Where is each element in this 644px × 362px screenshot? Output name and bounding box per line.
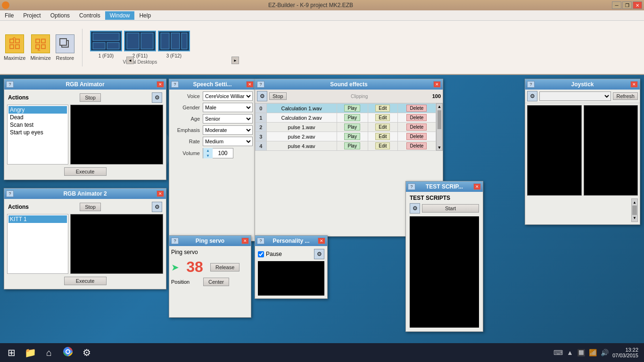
- test-help[interactable]: ?: [408, 183, 415, 190]
- volume-up[interactable]: ▲: [206, 148, 210, 153]
- delete-btn[interactable]: Delete: [406, 142, 427, 149]
- taskbar-settings-btn[interactable]: ⚙: [77, 344, 96, 361]
- vd-2[interactable]: [124, 31, 156, 51]
- rgb-list-item[interactable]: Angry: [8, 106, 67, 114]
- menu-window[interactable]: Window: [105, 11, 135, 20]
- edit-btn[interactable]: Edit: [375, 114, 390, 121]
- minimize-btn[interactable]: ─: [612, 1, 621, 9]
- sound-close[interactable]: ✕: [433, 81, 441, 88]
- delete-btn[interactable]: Delete: [406, 133, 427, 140]
- rgb-animator2-help[interactable]: ?: [6, 190, 14, 197]
- rgb-list-item[interactable]: Scan test: [8, 121, 67, 129]
- play-btn[interactable]: Play: [344, 105, 360, 112]
- play-btn[interactable]: Play: [344, 123, 360, 131]
- toolbar-maximize: Maximize: [4, 34, 25, 61]
- play-btn[interactable]: Play: [344, 142, 360, 149]
- rgb2-execute-btn[interactable]: Execute: [64, 277, 107, 285]
- rgb-animator2-close[interactable]: ✕: [157, 190, 164, 197]
- taskbar-home-btn[interactable]: ⌂: [40, 344, 58, 361]
- restore-btn[interactable]: ❐: [622, 1, 632, 9]
- minimize-icon[interactable]: [31, 34, 50, 53]
- personality-help[interactable]: ?: [257, 238, 264, 244]
- rate-select[interactable]: Medium: [203, 137, 253, 146]
- se-gear-btn[interactable]: ⚙: [257, 91, 267, 101]
- joystick-select[interactable]: [539, 91, 611, 101]
- rgb-animator-close[interactable]: ✕: [157, 81, 164, 88]
- sound-help[interactable]: ?: [257, 81, 264, 88]
- emphasis-select[interactable]: Moderate: [203, 125, 253, 135]
- rgb-stop-btn[interactable]: Stop: [80, 93, 101, 102]
- joystick-gear[interactable]: ⚙: [527, 91, 537, 101]
- rgb-gear-btn[interactable]: ⚙: [152, 92, 162, 103]
- scroll-up-icon[interactable]: ▲: [633, 200, 636, 205]
- rgb-list-item[interactable]: Dead: [8, 114, 67, 121]
- ping-center-btn[interactable]: Center: [203, 278, 229, 286]
- table-row[interactable]: 2 pulse 1.wav Play Edit Delete: [256, 123, 436, 132]
- speech-help[interactable]: ?: [171, 81, 179, 88]
- menu-controls[interactable]: Controls: [74, 11, 105, 20]
- edit-btn[interactable]: Edit: [375, 142, 390, 149]
- rgb2-gear-btn[interactable]: ⚙: [152, 202, 162, 212]
- test-close[interactable]: ✕: [473, 183, 481, 190]
- scroll-down[interactable]: ▼: [437, 145, 442, 150]
- volume-down[interactable]: ▼: [206, 154, 210, 158]
- personality-gear[interactable]: ⚙: [314, 249, 324, 259]
- se-stop-btn[interactable]: Stop: [269, 92, 287, 100]
- pause-checkbox[interactable]: [258, 251, 264, 257]
- rgb2-list-item[interactable]: KITT 1: [8, 215, 67, 223]
- maximize-icon[interactable]: [5, 34, 24, 53]
- restore-icon[interactable]: [56, 34, 74, 53]
- se-scrollbar[interactable]: ▲ ▼: [436, 103, 443, 151]
- play-btn[interactable]: Play: [344, 133, 360, 140]
- voice-select[interactable]: CereVoice Williar: [203, 91, 253, 101]
- rgb2-actions-list[interactable]: KITT 1: [7, 214, 68, 274]
- rgb-list-item[interactable]: Start up eyes: [8, 129, 67, 136]
- table-row[interactable]: 3 pulse 2.wav Play Edit Delete: [256, 132, 436, 141]
- delete-btn[interactable]: Delete: [406, 105, 427, 112]
- menu-options[interactable]: Options: [46, 11, 74, 20]
- rgb-execute-btn[interactable]: Execute: [64, 167, 107, 176]
- edit-btn[interactable]: Edit: [375, 105, 390, 112]
- taskbar-chrome-btn[interactable]: [58, 344, 77, 361]
- joystick-close[interactable]: ✕: [630, 81, 638, 88]
- joystick-help[interactable]: ?: [527, 81, 535, 88]
- ping-release-btn[interactable]: Release: [210, 263, 239, 272]
- vd-1[interactable]: [90, 31, 122, 51]
- personality-close[interactable]: ✕: [318, 238, 325, 244]
- table-row[interactable]: 1 Calculation 2.wav Play Edit Delete: [256, 113, 436, 123]
- test-start-btn[interactable]: Start: [422, 204, 479, 213]
- edit-btn[interactable]: Edit: [375, 133, 390, 140]
- delete-btn[interactable]: Delete: [406, 114, 427, 121]
- rgb-animator-help[interactable]: ?: [6, 81, 14, 88]
- menu-help[interactable]: Help: [134, 11, 156, 20]
- rgb-actions-list[interactable]: Angry Dead Scan test Start up eyes: [7, 105, 68, 165]
- speech-close[interactable]: ✕: [246, 81, 254, 88]
- up-arrow-icon[interactable]: ▲: [567, 349, 573, 356]
- vd-3[interactable]: [158, 31, 190, 51]
- table-row[interactable]: 4 pulse 4.wav Play Edit Delete: [256, 141, 436, 151]
- scroll-up[interactable]: ▲: [437, 104, 442, 109]
- menu-file[interactable]: File: [0, 11, 18, 20]
- ping-close[interactable]: ✕: [241, 238, 249, 244]
- scroll-thumb[interactable]: [632, 206, 637, 215]
- toolbar-expand-left[interactable]: ◄: [126, 57, 134, 64]
- taskbar-folder-btn[interactable]: 📁: [21, 344, 40, 361]
- ping-help[interactable]: ?: [171, 238, 179, 244]
- svg-rect-16: [93, 42, 105, 49]
- scroll-thumb[interactable]: [438, 110, 441, 129]
- test-gear[interactable]: ⚙: [410, 203, 420, 214]
- close-btn[interactable]: ✕: [633, 1, 642, 9]
- edit-btn[interactable]: Edit: [375, 123, 390, 131]
- delete-btn[interactable]: Delete: [406, 123, 427, 131]
- toolbar-expand-right[interactable]: ►: [231, 57, 239, 64]
- age-select[interactable]: Senior: [203, 114, 253, 123]
- joystick-refresh-btn[interactable]: Refresh: [613, 92, 638, 100]
- rgb2-stop-btn[interactable]: Stop: [80, 203, 101, 211]
- menu-project[interactable]: Project: [18, 11, 45, 20]
- gender-select[interactable]: Male: [203, 103, 253, 112]
- play-btn[interactable]: Play: [344, 114, 360, 121]
- scroll-down-icon[interactable]: ▼: [633, 216, 636, 220]
- joystick-scrollbar[interactable]: ▲ ▼: [631, 198, 638, 222]
- taskbar-windows-btn[interactable]: ⊞: [2, 344, 21, 361]
- table-row[interactable]: 0 Calculation 1.wav Play Edit Delete: [256, 104, 436, 113]
